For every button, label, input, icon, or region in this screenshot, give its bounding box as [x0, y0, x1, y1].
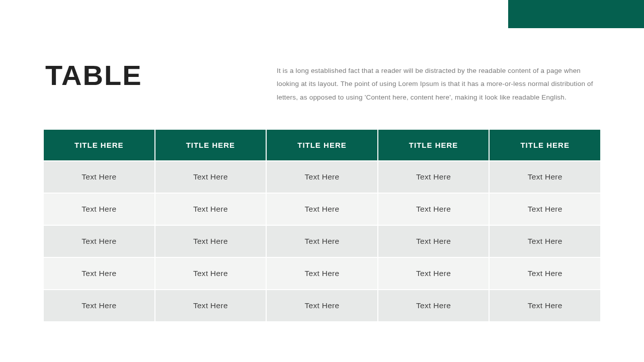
table-container: TITLE HERE TITLE HERE TITLE HERE TITLE H…	[43, 129, 601, 322]
table-header-row: TITLE HERE TITLE HERE TITLE HERE TITLE H…	[44, 130, 600, 160]
table-cell: Text Here	[267, 226, 377, 257]
table-cell: Text Here	[267, 194, 377, 225]
table-row: Text Here Text Here Text Here Text Here …	[44, 258, 600, 289]
table-cell: Text Here	[155, 161, 266, 193]
table-cell: Text Here	[155, 290, 266, 321]
table-cell: Text Here	[44, 290, 154, 321]
table-cell: Text Here	[378, 226, 489, 257]
table-cell: Text Here	[155, 258, 266, 289]
table-cell: Text Here	[378, 194, 489, 225]
table-cell: Text Here	[44, 161, 154, 193]
page-title: TABLE	[45, 61, 257, 89]
table-cell: Text Here	[155, 226, 266, 257]
table-header-cell: TITLE HERE	[155, 130, 266, 160]
data-table: TITLE HERE TITLE HERE TITLE HERE TITLE H…	[43, 129, 601, 322]
table-cell: Text Here	[378, 290, 489, 321]
table-cell: Text Here	[155, 194, 266, 225]
table-header-cell: TITLE HERE	[490, 130, 600, 160]
table-cell: Text Here	[490, 226, 600, 257]
table-cell: Text Here	[267, 161, 377, 193]
table-cell: Text Here	[44, 226, 154, 257]
table-cell: Text Here	[44, 194, 154, 225]
table-cell: Text Here	[267, 258, 377, 289]
table-header-cell: TITLE HERE	[378, 130, 489, 160]
table-cell: Text Here	[490, 290, 600, 321]
table-row: Text Here Text Here Text Here Text Here …	[44, 226, 600, 257]
table-row: Text Here Text Here Text Here Text Here …	[44, 161, 600, 193]
table-cell: Text Here	[267, 290, 377, 321]
table-cell: Text Here	[44, 258, 154, 289]
table-cell: Text Here	[490, 194, 600, 225]
table-cell: Text Here	[378, 161, 489, 193]
table-header-cell: TITLE HERE	[267, 130, 377, 160]
table-header-cell: TITLE HERE	[44, 130, 154, 160]
table-row: Text Here Text Here Text Here Text Here …	[44, 194, 600, 225]
table-cell: Text Here	[378, 258, 489, 289]
table-row: Text Here Text Here Text Here Text Here …	[44, 290, 600, 321]
table-cell: Text Here	[490, 258, 600, 289]
table-cell: Text Here	[490, 161, 600, 193]
corner-accent-block	[508, 0, 644, 28]
page-description: It is a long established fact that a rea…	[277, 61, 599, 104]
header-section: TABLE It is a long established fact that…	[45, 61, 599, 104]
